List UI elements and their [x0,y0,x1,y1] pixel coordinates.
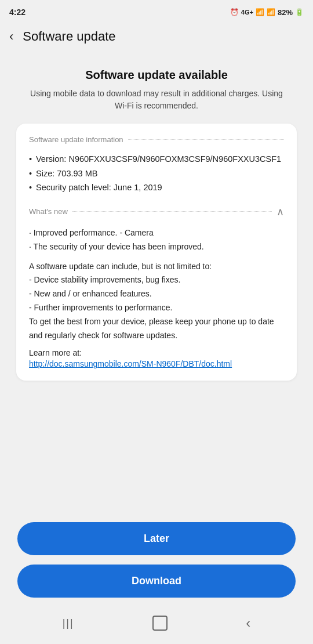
nav-bar: ||| ‹ [0,607,313,644]
learn-more-link[interactable]: http://doc.samsungmobile.com/SM-N960F/DB… [29,359,232,368]
header: ‹ Software update [0,22,313,53]
info-section-header: Software update information [29,135,284,144]
alarm-icon: ⏰ [230,8,239,16]
list-item: Size: 703.93 MB [29,167,284,181]
status-bar: 4:22 ⏰ 4G+ 📶 📶 82% 🔋 [0,0,313,22]
back-nav-button[interactable]: ‹ [246,615,250,631]
back-button[interactable]: ‹ [6,27,17,46]
learn-more-label: Learn more at: [29,348,284,357]
recent-apps-button[interactable]: ||| [63,617,74,629]
later-button[interactable]: Later [17,522,296,555]
status-icons: ⏰ 4G+ 📶 📶 82% 🔋 [230,8,304,17]
info-section-title: Software update information [29,135,123,144]
chevron-up-icon[interactable]: ∧ [276,205,284,218]
whats-new-text1: · Improved performance. - Camera · The s… [29,226,284,254]
info-divider [128,139,284,140]
info-list: Version: N960FXXU3CSF9/N960FOXM3CSF9/N96… [29,152,284,195]
hero-title: Software update available [23,68,290,82]
download-button[interactable]: Download [17,565,296,598]
hero-subtitle: Using mobile data to download may result… [23,88,290,112]
list-item: Version: N960FXXU3CSF9/N960FOXM3CSF9/N96… [29,152,284,167]
list-item: Security patch level: June 1, 2019 [29,180,284,195]
whats-new-content: · Improved performance. - Camera · The s… [29,226,284,342]
status-time: 4:22 [9,8,26,17]
battery-icon: 🔋 [295,8,304,16]
whats-new-text2: A software update can include, but is no… [29,260,284,343]
buttons-area: Later Download [0,511,313,607]
main-content: Software update available Using mobile d… [0,53,313,511]
hero-section: Software update available Using mobile d… [12,59,301,124]
network-icon: 4G+ [241,9,253,16]
wifi-icon: 📶 [267,8,275,16]
info-card: Software update information Version: N96… [16,124,297,381]
learn-more-section: Learn more at: http://doc.samsungmobile.… [29,348,284,369]
whats-new-divider [72,211,272,212]
page-title: Software update [23,29,115,44]
whats-new-title: What's new [29,207,68,216]
battery-level: 82% [278,8,293,17]
signal-icon: 📶 [256,8,264,16]
home-button[interactable] [152,616,168,631]
whats-new-section-header: What's new ∧ [29,205,284,218]
